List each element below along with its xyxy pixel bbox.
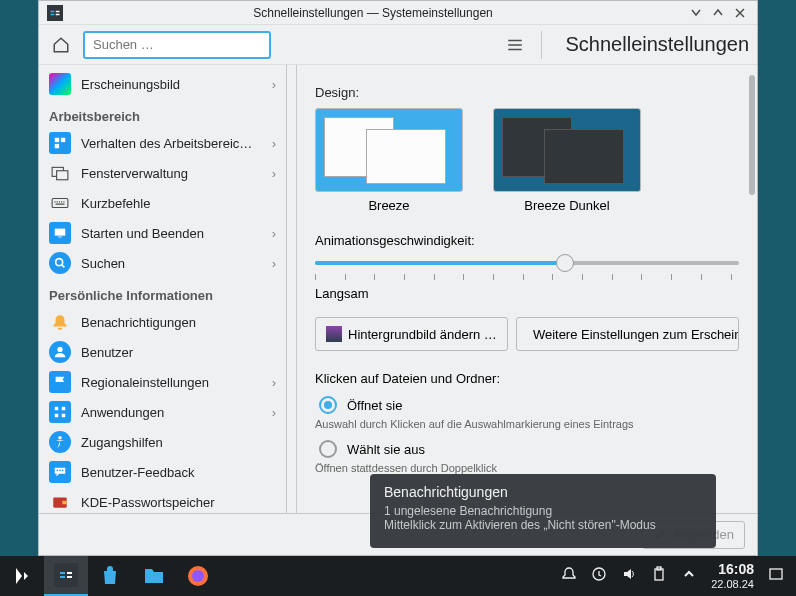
folder-icon — [142, 564, 166, 588]
sidebar-scrollbar[interactable] — [287, 65, 297, 513]
app-launcher[interactable] — [0, 556, 44, 596]
svg-rect-25 — [60, 572, 65, 574]
sidebar-item-label: Benachrichtigungen — [81, 315, 276, 330]
slider-slow-label: Langsam — [315, 286, 739, 301]
main-panel: Design: Breeze Breeze Dunkel — [297, 65, 757, 513]
separator — [541, 31, 542, 59]
accessibility-icon — [49, 431, 71, 453]
radio-open[interactable]: Öffnet sie — [315, 396, 739, 414]
animation-speed-slider[interactable] — [315, 254, 739, 272]
sidebar-item-users[interactable]: Benutzer — [39, 337, 286, 367]
svg-point-12 — [56, 259, 63, 266]
content: Erscheinungsbild › Arbeitsbereich Verhal… — [39, 65, 757, 513]
system-tray: 16:08 22.08.24 — [561, 562, 796, 589]
sidebar-item-label: Benutzer — [81, 345, 276, 360]
sidebar-item-search[interactable]: Suchen › — [39, 248, 286, 278]
main-scrollbar[interactable] — [749, 75, 755, 195]
sidebar-item-regional[interactable]: Regionaleinstellungen › — [39, 367, 286, 397]
task-discover[interactable] — [88, 556, 132, 596]
slider-thumb[interactable] — [556, 254, 574, 272]
sidebar-item-kwallet[interactable]: KDE-Passwortspeicher — [39, 487, 286, 513]
user-icon — [49, 341, 71, 363]
sidebar-item-accessibility[interactable]: Zugangshilfen — [39, 427, 286, 457]
palette-icon — [49, 73, 71, 95]
sidebar-item-window-mgmt[interactable]: Fensterverwaltung › — [39, 158, 286, 188]
chevron-right-icon: › — [272, 405, 276, 420]
sidebar-item-label: Benutzer-Feedback — [81, 465, 276, 480]
tray-desktop-icon[interactable] — [768, 566, 784, 586]
change-wallpaper-button[interactable]: Hintergrundbild ändern … — [315, 317, 508, 351]
tray-notifications-icon[interactable] — [561, 566, 577, 586]
chat-icon — [49, 461, 71, 483]
svg-rect-34 — [770, 569, 782, 579]
theme-selector: Breeze Breeze Dunkel — [315, 108, 739, 213]
svg-rect-2 — [56, 10, 60, 12]
tray-clipboard-icon[interactable] — [651, 566, 667, 586]
svg-rect-17 — [62, 414, 66, 418]
plasma-icon — [10, 564, 34, 588]
theme-breeze[interactable]: Breeze — [315, 108, 463, 213]
chevron-right-icon: › — [272, 136, 276, 151]
button-label: Weitere Einstellungen zum Erscheinungsbi… — [533, 327, 739, 342]
page-title: Schnelleinstellungen — [566, 33, 749, 56]
radio-icon — [319, 440, 337, 458]
settings-icon — [54, 563, 78, 587]
notification-unread: 1 ungelesene Benachrichtigung — [384, 504, 702, 518]
svg-point-20 — [59, 469, 61, 471]
clock[interactable]: 16:08 22.08.24 — [711, 562, 754, 589]
sidebar-item-workspace-behavior[interactable]: Verhalten des Arbeitsbereic… › — [39, 128, 286, 158]
task-dolphin[interactable] — [132, 556, 176, 596]
radio-label: Wählt sie aus — [347, 442, 425, 457]
radio-icon — [319, 396, 337, 414]
app-icon — [47, 5, 63, 21]
home-button[interactable] — [47, 31, 75, 59]
notification-title: Benachrichtigungen — [384, 484, 702, 500]
wallet-icon — [49, 491, 71, 513]
task-firefox[interactable] — [176, 556, 220, 596]
sidebar-header-personal: Persönliche Informationen — [39, 278, 286, 307]
close-button[interactable] — [731, 4, 749, 22]
svg-rect-6 — [55, 144, 59, 148]
sidebar-item-label: Anwendungen — [81, 405, 272, 420]
tray-expand-icon[interactable] — [681, 566, 697, 586]
sidebar-item-label: Verhalten des Arbeitsbereic… — [81, 136, 272, 151]
tray-updates-icon[interactable] — [591, 566, 607, 586]
hamburger-menu[interactable] — [501, 31, 529, 59]
button-row: Hintergrundbild ändern … Weitere Einstel… — [315, 317, 739, 351]
sidebar[interactable]: Erscheinungsbild › Arbeitsbereich Verhal… — [39, 65, 287, 513]
slider-ticks — [315, 274, 739, 282]
sidebar-item-appearance[interactable]: Erscheinungsbild › — [39, 69, 286, 99]
svg-point-21 — [62, 469, 64, 471]
window-title: Schnelleinstellungen — Systemeinstellung… — [63, 6, 683, 20]
theme-preview-light — [315, 108, 463, 192]
notification-popup[interactable]: Benachrichtigungen 1 ungelesene Benachri… — [370, 474, 716, 548]
search-input[interactable] — [83, 31, 271, 59]
chevron-right-icon: › — [272, 375, 276, 390]
chevron-right-icon: › — [272, 77, 276, 92]
svg-rect-32 — [655, 569, 663, 580]
sidebar-item-applications[interactable]: Anwendungen › — [39, 397, 286, 427]
clock-date: 22.08.24 — [711, 578, 754, 590]
toolbar: Schnelleinstellungen — [39, 25, 757, 65]
radio-label: Öffnet sie — [347, 398, 402, 413]
sidebar-item-label: Starten und Beenden — [81, 226, 272, 241]
sidebar-item-feedback[interactable]: Benutzer-Feedback — [39, 457, 286, 487]
theme-breeze-dark[interactable]: Breeze Dunkel — [493, 108, 641, 213]
tray-volume-icon[interactable] — [621, 566, 637, 586]
more-appearance-button[interactable]: Weitere Einstellungen zum Erscheinungsbi… — [516, 317, 739, 351]
sidebar-item-startup[interactable]: Starten und Beenden › — [39, 218, 286, 248]
radio-select[interactable]: Wählt sie aus — [315, 440, 739, 458]
minimize-button[interactable] — [687, 4, 705, 22]
sidebar-item-shortcuts[interactable]: Kurzbefehle — [39, 188, 286, 218]
wallpaper-icon — [326, 326, 342, 342]
svg-rect-15 — [62, 407, 66, 411]
maximize-button[interactable] — [709, 4, 727, 22]
firefox-icon — [186, 564, 210, 588]
task-systemsettings[interactable] — [44, 556, 88, 596]
svg-rect-26 — [60, 576, 65, 578]
notification-hint: Mittelklick zum Aktivieren des „Nicht st… — [384, 518, 702, 532]
taskbar: 16:08 22.08.24 — [0, 556, 796, 596]
radio-open-hint: Auswahl durch Klicken auf die Auswahlmar… — [315, 418, 739, 430]
sidebar-item-notifications[interactable]: Benachrichtigungen — [39, 307, 286, 337]
window-icon — [49, 162, 71, 184]
